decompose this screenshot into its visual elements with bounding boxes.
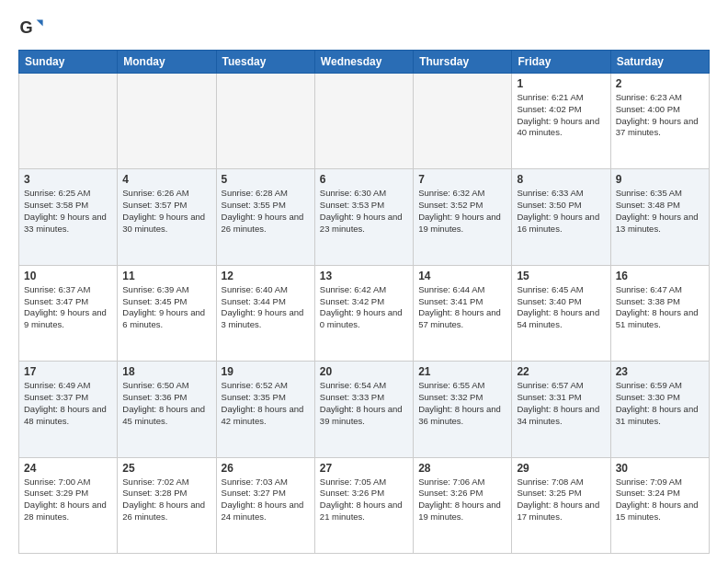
svg-marker-1 <box>37 20 43 27</box>
day-info: Sunrise: 6:32 AM Sunset: 3:52 PM Dayligh… <box>418 188 506 235</box>
calendar-header-saturday: Saturday <box>610 51 709 74</box>
day-info: Sunrise: 7:08 AM Sunset: 3:25 PM Dayligh… <box>517 477 605 523</box>
day-number: 18 <box>122 365 210 378</box>
calendar-cell: 15Sunrise: 6:45 AM Sunset: 3:40 PM Dayli… <box>512 265 610 361</box>
day-info: Sunrise: 7:03 AM Sunset: 3:27 PM Dayligh… <box>222 477 310 523</box>
calendar-cell: 12Sunrise: 6:40 AM Sunset: 3:44 PM Dayli… <box>216 265 314 361</box>
calendar-header-monday: Monday <box>118 51 216 74</box>
day-number: 5 <box>222 173 310 186</box>
day-number: 30 <box>616 462 704 475</box>
day-info: Sunrise: 6:50 AM Sunset: 3:36 PM Dayligh… <box>122 380 210 427</box>
day-info: Sunrise: 6:25 AM Sunset: 3:58 PM Dayligh… <box>24 188 112 235</box>
calendar-header-wednesday: Wednesday <box>314 51 413 74</box>
day-info: Sunrise: 7:05 AM Sunset: 3:26 PM Dayligh… <box>320 477 408 523</box>
calendar-cell: 24Sunrise: 7:00 AM Sunset: 3:29 PM Dayli… <box>19 457 118 553</box>
calendar-cell <box>414 74 512 169</box>
day-number: 29 <box>517 462 605 475</box>
day-info: Sunrise: 7:02 AM Sunset: 3:28 PM Dayligh… <box>122 477 210 523</box>
day-info: Sunrise: 6:30 AM Sunset: 3:53 PM Dayligh… <box>320 188 408 235</box>
day-number: 11 <box>122 270 210 282</box>
day-info: Sunrise: 7:06 AM Sunset: 3:26 PM Dayligh… <box>418 477 506 523</box>
calendar-cell: 14Sunrise: 6:44 AM Sunset: 3:41 PM Dayli… <box>414 265 512 361</box>
day-number: 17 <box>24 365 112 378</box>
day-number: 7 <box>418 173 506 186</box>
calendar-cell: 9Sunrise: 6:35 AM Sunset: 3:48 PM Daylig… <box>610 169 709 265</box>
calendar-cell: 2Sunrise: 6:23 AM Sunset: 4:00 PM Daylig… <box>610 74 709 169</box>
calendar: SundayMondayTuesdayWednesdayThursdayFrid… <box>18 50 710 554</box>
day-info: Sunrise: 6:40 AM Sunset: 3:44 PM Dayligh… <box>222 284 310 331</box>
day-info: Sunrise: 6:49 AM Sunset: 3:37 PM Dayligh… <box>24 380 112 427</box>
day-number: 16 <box>616 270 704 282</box>
calendar-cell: 3Sunrise: 6:25 AM Sunset: 3:58 PM Daylig… <box>19 169 118 265</box>
day-number: 20 <box>320 365 408 378</box>
day-info: Sunrise: 6:45 AM Sunset: 3:40 PM Dayligh… <box>517 284 605 331</box>
day-number: 2 <box>616 77 704 90</box>
calendar-header-tuesday: Tuesday <box>216 51 314 74</box>
calendar-cell: 19Sunrise: 6:52 AM Sunset: 3:35 PM Dayli… <box>216 362 314 457</box>
calendar-cell: 18Sunrise: 6:50 AM Sunset: 3:36 PM Dayli… <box>118 362 216 457</box>
calendar-cell: 23Sunrise: 6:59 AM Sunset: 3:30 PM Dayli… <box>610 362 709 457</box>
header: G <box>18 15 710 40</box>
calendar-cell <box>314 74 413 169</box>
day-number: 23 <box>616 365 704 378</box>
calendar-cell: 25Sunrise: 7:02 AM Sunset: 3:28 PM Dayli… <box>118 457 216 553</box>
day-number: 3 <box>24 173 112 186</box>
day-info: Sunrise: 6:57 AM Sunset: 3:31 PM Dayligh… <box>517 380 605 427</box>
day-info: Sunrise: 7:09 AM Sunset: 3:24 PM Dayligh… <box>616 477 704 523</box>
calendar-cell: 29Sunrise: 7:08 AM Sunset: 3:25 PM Dayli… <box>512 457 610 553</box>
day-info: Sunrise: 6:21 AM Sunset: 4:02 PM Dayligh… <box>517 92 605 139</box>
day-number: 15 <box>517 270 605 282</box>
calendar-cell: 20Sunrise: 6:54 AM Sunset: 3:33 PM Dayli… <box>314 362 413 457</box>
calendar-header-friday: Friday <box>512 51 610 74</box>
calendar-cell: 6Sunrise: 6:30 AM Sunset: 3:53 PM Daylig… <box>314 169 413 265</box>
svg-text:G: G <box>19 18 32 37</box>
calendar-cell <box>19 74 118 169</box>
day-number: 1 <box>517 77 605 90</box>
day-info: Sunrise: 6:33 AM Sunset: 3:50 PM Dayligh… <box>517 188 605 235</box>
day-info: Sunrise: 6:23 AM Sunset: 4:00 PM Dayligh… <box>616 92 704 139</box>
day-info: Sunrise: 6:26 AM Sunset: 3:57 PM Dayligh… <box>122 188 210 235</box>
logo-icon: G <box>18 15 44 40</box>
day-info: Sunrise: 6:44 AM Sunset: 3:41 PM Dayligh… <box>418 284 506 331</box>
day-info: Sunrise: 6:59 AM Sunset: 3:30 PM Dayligh… <box>616 380 704 427</box>
day-number: 12 <box>222 270 310 282</box>
day-number: 10 <box>24 270 112 282</box>
calendar-cell: 1Sunrise: 6:21 AM Sunset: 4:02 PM Daylig… <box>512 74 610 169</box>
day-number: 14 <box>418 270 506 282</box>
day-number: 21 <box>418 365 506 378</box>
calendar-cell: 5Sunrise: 6:28 AM Sunset: 3:55 PM Daylig… <box>216 169 314 265</box>
day-number: 27 <box>320 462 408 475</box>
day-info: Sunrise: 6:37 AM Sunset: 3:47 PM Dayligh… <box>24 284 112 331</box>
calendar-cell: 7Sunrise: 6:32 AM Sunset: 3:52 PM Daylig… <box>414 169 512 265</box>
day-number: 24 <box>24 462 112 475</box>
day-number: 22 <box>517 365 605 378</box>
calendar-cell: 17Sunrise: 6:49 AM Sunset: 3:37 PM Dayli… <box>19 362 118 457</box>
day-info: Sunrise: 6:52 AM Sunset: 3:35 PM Dayligh… <box>222 380 310 427</box>
day-info: Sunrise: 6:28 AM Sunset: 3:55 PM Dayligh… <box>222 188 310 235</box>
calendar-header-sunday: Sunday <box>19 51 118 74</box>
calendar-cell: 21Sunrise: 6:55 AM Sunset: 3:32 PM Dayli… <box>414 362 512 457</box>
day-info: Sunrise: 7:00 AM Sunset: 3:29 PM Dayligh… <box>24 477 112 523</box>
day-info: Sunrise: 6:42 AM Sunset: 3:42 PM Dayligh… <box>320 284 408 331</box>
calendar-header-thursday: Thursday <box>414 51 512 74</box>
day-number: 6 <box>320 173 408 186</box>
day-info: Sunrise: 6:55 AM Sunset: 3:32 PM Dayligh… <box>418 380 506 427</box>
calendar-cell: 27Sunrise: 7:05 AM Sunset: 3:26 PM Dayli… <box>314 457 413 553</box>
day-number: 19 <box>222 365 310 378</box>
calendar-cell: 10Sunrise: 6:37 AM Sunset: 3:47 PM Dayli… <box>19 265 118 361</box>
calendar-cell <box>216 74 314 169</box>
day-info: Sunrise: 6:35 AM Sunset: 3:48 PM Dayligh… <box>616 188 704 235</box>
calendar-cell: 13Sunrise: 6:42 AM Sunset: 3:42 PM Dayli… <box>314 265 413 361</box>
day-number: 26 <box>222 462 310 475</box>
logo: G <box>18 15 46 40</box>
calendar-cell: 11Sunrise: 6:39 AM Sunset: 3:45 PM Dayli… <box>118 265 216 361</box>
calendar-cell: 16Sunrise: 6:47 AM Sunset: 3:38 PM Dayli… <box>610 265 709 361</box>
day-number: 4 <box>122 173 210 186</box>
day-info: Sunrise: 6:54 AM Sunset: 3:33 PM Dayligh… <box>320 380 408 427</box>
day-number: 13 <box>320 270 408 282</box>
calendar-cell <box>118 74 216 169</box>
calendar-cell: 4Sunrise: 6:26 AM Sunset: 3:57 PM Daylig… <box>118 169 216 265</box>
calendar-cell: 26Sunrise: 7:03 AM Sunset: 3:27 PM Dayli… <box>216 457 314 553</box>
day-number: 28 <box>418 462 506 475</box>
day-number: 9 <box>616 173 704 186</box>
